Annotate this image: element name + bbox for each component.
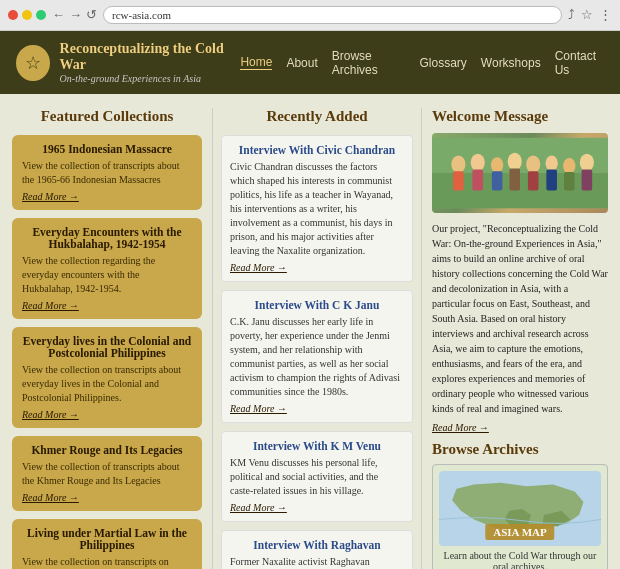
svg-point-4 <box>471 154 485 172</box>
collection-card-2-title: Everyday Encounters with the Hukbalahap,… <box>22 226 192 250</box>
browse-archives-title: Browse Archives <box>432 441 608 458</box>
close-window-button[interactable] <box>8 10 18 20</box>
refresh-button[interactable]: ↺ <box>86 7 97 23</box>
interview-card-4-desc: Former Naxalite activist Raghavan discus… <box>230 555 404 569</box>
back-button[interactable]: ← <box>52 7 65 23</box>
url-bar[interactable]: rcw-asia.com <box>103 6 562 24</box>
svg-rect-7 <box>492 171 503 190</box>
logo-area: ☆ Reconceptualizing the Cold War On-the-… <box>16 41 240 84</box>
site-main-title: Reconceptualizing the Cold War <box>60 41 241 73</box>
map-description: Learn about the Cold War through our ora… <box>439 550 601 569</box>
collection-card-3-read-more[interactable]: Read More → <box>22 409 192 420</box>
svg-point-14 <box>563 158 575 174</box>
nav-glossary[interactable]: Glossary <box>420 56 467 70</box>
main-nav: Home About Browse Archives Glossary Work… <box>240 49 604 77</box>
site-title-block: Reconceptualizing the Cold War On-the-gr… <box>60 41 241 84</box>
maximize-window-button[interactable] <box>36 10 46 20</box>
nav-home[interactable]: Home <box>240 55 272 70</box>
svg-point-10 <box>526 155 540 173</box>
svg-rect-9 <box>509 169 520 191</box>
collection-card-1-desc: View the collection of transcripts about… <box>22 159 192 187</box>
bookmark-icon[interactable]: ☆ <box>581 7 593 23</box>
collection-card-2-read-more[interactable]: Read More → <box>22 300 192 311</box>
share-icon[interactable]: ⤴ <box>568 7 575 23</box>
svg-rect-15 <box>564 172 575 190</box>
svg-point-12 <box>546 155 558 171</box>
nav-browse-archives[interactable]: Browse Archives <box>332 49 406 77</box>
collection-card-5-title: Living under Martial Law in the Philippi… <box>22 527 192 551</box>
browser-window-controls <box>8 10 46 20</box>
interview-card-4-title: Interview With Raghavan <box>230 539 404 551</box>
welcome-image <box>432 133 608 213</box>
collection-card-5-desc: View the collection on transcripts on li… <box>22 555 192 569</box>
map-label: ASIA MAP <box>485 524 554 540</box>
welcome-read-more[interactable]: Read More → <box>432 422 608 433</box>
interview-card-1-title: Interview With Civic Chandran <box>230 144 404 156</box>
interview-card-2-title: Interview With C K Janu <box>230 299 404 311</box>
interview-card-1: Interview With Civic Chandran Civic Chan… <box>221 135 413 282</box>
interview-card-2: Interview With C K Janu C.K. Janu discus… <box>221 290 413 423</box>
nav-about[interactable]: About <box>286 56 317 70</box>
interview-card-2-desc: C.K. Janu discusses her early life in po… <box>230 315 404 399</box>
collection-card-1-title: 1965 Indonesian Massacre <box>22 143 192 155</box>
collection-card-4-desc: View the collection of transcripts about… <box>22 460 192 488</box>
featured-collections-section: Featured Collections 1965 Indonesian Mas… <box>12 108 212 569</box>
interview-card-4: Interview With Raghavan Former Naxalite … <box>221 530 413 569</box>
main-content: Featured Collections 1965 Indonesian Mas… <box>0 94 620 569</box>
interview-card-3-title: Interview With K M Venu <box>230 440 404 452</box>
welcome-section-title: Welcome Message <box>432 108 608 125</box>
asia-map-box[interactable]: ASIA MAP Learn about the Cold War throug… <box>432 464 608 569</box>
browser-action-buttons: ⤴ ☆ ⋮ <box>568 7 612 23</box>
interview-card-2-read-more[interactable]: Read More → <box>230 403 404 414</box>
recently-added-title: Recently Added <box>221 108 413 125</box>
collection-card-2-desc: View the collection regarding the everyd… <box>22 254 192 296</box>
right-column: Welcome Message <box>422 108 608 569</box>
svg-point-2 <box>451 155 465 173</box>
interview-card-3-desc: KM Venu discusses his personal life, pol… <box>230 456 404 498</box>
collection-card-1-read-more[interactable]: Read More → <box>22 191 192 202</box>
svg-point-6 <box>491 157 503 173</box>
interview-card-3: Interview With K M Venu KM Venu discusse… <box>221 431 413 522</box>
interview-card-1-read-more[interactable]: Read More → <box>230 262 404 273</box>
collection-card-5: Living under Martial Law in the Philippi… <box>12 519 202 569</box>
minimize-window-button[interactable] <box>22 10 32 20</box>
site-header: ☆ Reconceptualizing the Cold War On-the-… <box>0 31 620 94</box>
svg-rect-13 <box>546 169 557 190</box>
browser-navigation: ← → ↺ <box>52 7 97 23</box>
menu-icon[interactable]: ⋮ <box>599 7 612 23</box>
nav-contact-us[interactable]: Contact Us <box>555 49 604 77</box>
collection-card-2: Everyday Encounters with the Hukbalahap,… <box>12 218 202 319</box>
collection-card-3: Everyday lives in the Colonial and Postc… <box>12 327 202 428</box>
forward-button[interactable]: → <box>69 7 82 23</box>
svg-point-8 <box>508 153 522 171</box>
svg-rect-17 <box>582 169 593 190</box>
interview-card-3-read-more[interactable]: Read More → <box>230 502 404 513</box>
svg-point-16 <box>580 154 594 172</box>
site-sub-title: On-the-ground Experiences in Asia <box>60 73 241 84</box>
browser-chrome: ← → ↺ rcw-asia.com ⤴ ☆ ⋮ <box>0 0 620 31</box>
featured-collections-title: Featured Collections <box>12 108 202 125</box>
collection-card-4-read-more[interactable]: Read More → <box>22 492 192 503</box>
welcome-text: Our project, "Reconceptualizing the Cold… <box>432 221 608 416</box>
asia-map-visual: ASIA MAP <box>439 471 601 546</box>
collection-card-1: 1965 Indonesian Massacre View the collec… <box>12 135 202 210</box>
svg-rect-11 <box>528 171 539 190</box>
collection-card-4: Khmer Rouge and Its Legacies View the co… <box>12 436 202 511</box>
collection-card-3-desc: View the collection on transcripts about… <box>22 363 192 405</box>
nav-workshops[interactable]: Workshops <box>481 56 541 70</box>
svg-rect-3 <box>453 171 464 190</box>
svg-rect-5 <box>472 169 483 190</box>
collection-card-4-title: Khmer Rouge and Its Legacies <box>22 444 192 456</box>
interview-card-1-desc: Civic Chandran discusses the factors whi… <box>230 160 404 258</box>
collection-card-3-title: Everyday lives in the Colonial and Postc… <box>22 335 192 359</box>
recently-added-section: Recently Added Interview With Civic Chan… <box>212 108 422 569</box>
site-logo[interactable]: ☆ <box>16 45 50 81</box>
